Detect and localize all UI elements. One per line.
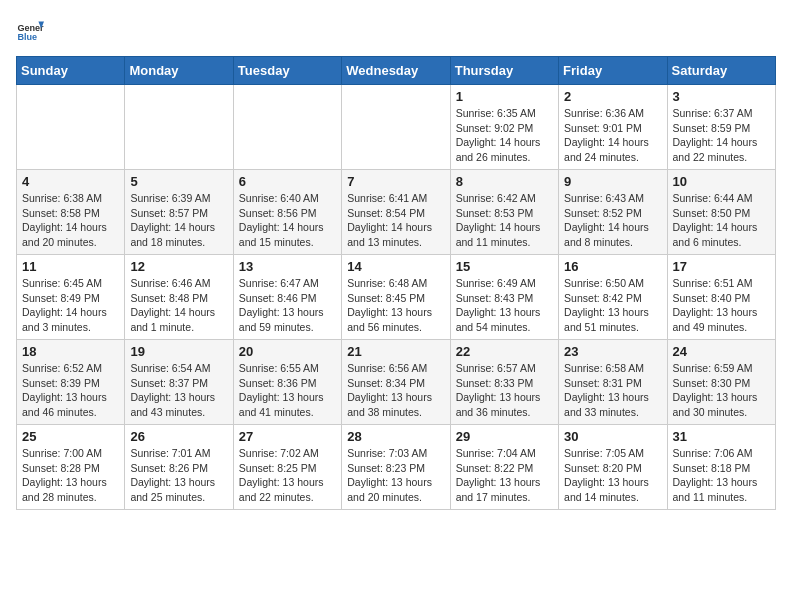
day-number: 30: [564, 429, 661, 444]
logo: General Blue: [16, 16, 48, 44]
dow-tuesday: Tuesday: [233, 57, 341, 85]
calendar-table: SundayMondayTuesdayWednesdayThursdayFrid…: [16, 56, 776, 510]
day-number: 4: [22, 174, 119, 189]
calendar-body: 1Sunrise: 6:35 AMSunset: 9:02 PMDaylight…: [17, 85, 776, 510]
calendar-cell: 4Sunrise: 6:38 AMSunset: 8:58 PMDaylight…: [17, 170, 125, 255]
calendar-cell: 10Sunrise: 6:44 AMSunset: 8:50 PMDayligh…: [667, 170, 775, 255]
svg-text:Blue: Blue: [17, 32, 37, 42]
calendar-cell: 11Sunrise: 6:45 AMSunset: 8:49 PMDayligh…: [17, 255, 125, 340]
day-number: 13: [239, 259, 336, 274]
calendar-cell: [125, 85, 233, 170]
calendar-cell: 21Sunrise: 6:56 AMSunset: 8:34 PMDayligh…: [342, 340, 450, 425]
dow-thursday: Thursday: [450, 57, 558, 85]
day-info: Sunrise: 6:35 AMSunset: 9:02 PMDaylight:…: [456, 106, 553, 165]
day-info: Sunrise: 6:48 AMSunset: 8:45 PMDaylight:…: [347, 276, 444, 335]
calendar-cell: 7Sunrise: 6:41 AMSunset: 8:54 PMDaylight…: [342, 170, 450, 255]
day-info: Sunrise: 6:58 AMSunset: 8:31 PMDaylight:…: [564, 361, 661, 420]
calendar-cell: 13Sunrise: 6:47 AMSunset: 8:46 PMDayligh…: [233, 255, 341, 340]
day-number: 19: [130, 344, 227, 359]
calendar-cell: 23Sunrise: 6:58 AMSunset: 8:31 PMDayligh…: [559, 340, 667, 425]
day-info: Sunrise: 6:39 AMSunset: 8:57 PMDaylight:…: [130, 191, 227, 250]
dow-saturday: Saturday: [667, 57, 775, 85]
day-number: 18: [22, 344, 119, 359]
day-number: 17: [673, 259, 770, 274]
dow-monday: Monday: [125, 57, 233, 85]
day-number: 6: [239, 174, 336, 189]
day-info: Sunrise: 6:52 AMSunset: 8:39 PMDaylight:…: [22, 361, 119, 420]
calendar-cell: [342, 85, 450, 170]
day-number: 27: [239, 429, 336, 444]
day-number: 23: [564, 344, 661, 359]
calendar-cell: 31Sunrise: 7:06 AMSunset: 8:18 PMDayligh…: [667, 425, 775, 510]
calendar-cell: [233, 85, 341, 170]
day-info: Sunrise: 6:43 AMSunset: 8:52 PMDaylight:…: [564, 191, 661, 250]
calendar-cell: 20Sunrise: 6:55 AMSunset: 8:36 PMDayligh…: [233, 340, 341, 425]
day-info: Sunrise: 6:36 AMSunset: 9:01 PMDaylight:…: [564, 106, 661, 165]
day-number: 21: [347, 344, 444, 359]
day-info: Sunrise: 6:47 AMSunset: 8:46 PMDaylight:…: [239, 276, 336, 335]
calendar-cell: 30Sunrise: 7:05 AMSunset: 8:20 PMDayligh…: [559, 425, 667, 510]
day-info: Sunrise: 6:50 AMSunset: 8:42 PMDaylight:…: [564, 276, 661, 335]
day-number: 8: [456, 174, 553, 189]
day-info: Sunrise: 6:38 AMSunset: 8:58 PMDaylight:…: [22, 191, 119, 250]
calendar-cell: 17Sunrise: 6:51 AMSunset: 8:40 PMDayligh…: [667, 255, 775, 340]
calendar-cell: 16Sunrise: 6:50 AMSunset: 8:42 PMDayligh…: [559, 255, 667, 340]
day-info: Sunrise: 6:40 AMSunset: 8:56 PMDaylight:…: [239, 191, 336, 250]
day-info: Sunrise: 6:41 AMSunset: 8:54 PMDaylight:…: [347, 191, 444, 250]
calendar-cell: 24Sunrise: 6:59 AMSunset: 8:30 PMDayligh…: [667, 340, 775, 425]
day-info: Sunrise: 6:59 AMSunset: 8:30 PMDaylight:…: [673, 361, 770, 420]
day-info: Sunrise: 6:55 AMSunset: 8:36 PMDaylight:…: [239, 361, 336, 420]
dow-friday: Friday: [559, 57, 667, 85]
day-number: 7: [347, 174, 444, 189]
day-info: Sunrise: 6:54 AMSunset: 8:37 PMDaylight:…: [130, 361, 227, 420]
calendar-cell: 8Sunrise: 6:42 AMSunset: 8:53 PMDaylight…: [450, 170, 558, 255]
day-number: 22: [456, 344, 553, 359]
calendar-cell: 2Sunrise: 6:36 AMSunset: 9:01 PMDaylight…: [559, 85, 667, 170]
calendar-week-2: 11Sunrise: 6:45 AMSunset: 8:49 PMDayligh…: [17, 255, 776, 340]
calendar-cell: 26Sunrise: 7:01 AMSunset: 8:26 PMDayligh…: [125, 425, 233, 510]
logo-icon: General Blue: [16, 16, 44, 44]
calendar-week-0: 1Sunrise: 6:35 AMSunset: 9:02 PMDaylight…: [17, 85, 776, 170]
day-number: 11: [22, 259, 119, 274]
day-info: Sunrise: 7:06 AMSunset: 8:18 PMDaylight:…: [673, 446, 770, 505]
day-info: Sunrise: 7:04 AMSunset: 8:22 PMDaylight:…: [456, 446, 553, 505]
day-info: Sunrise: 6:45 AMSunset: 8:49 PMDaylight:…: [22, 276, 119, 335]
calendar-cell: 28Sunrise: 7:03 AMSunset: 8:23 PMDayligh…: [342, 425, 450, 510]
calendar-cell: [17, 85, 125, 170]
day-number: 2: [564, 89, 661, 104]
day-info: Sunrise: 7:01 AMSunset: 8:26 PMDaylight:…: [130, 446, 227, 505]
day-info: Sunrise: 7:03 AMSunset: 8:23 PMDaylight:…: [347, 446, 444, 505]
calendar-cell: 1Sunrise: 6:35 AMSunset: 9:02 PMDaylight…: [450, 85, 558, 170]
calendar-cell: 14Sunrise: 6:48 AMSunset: 8:45 PMDayligh…: [342, 255, 450, 340]
calendar-cell: 3Sunrise: 6:37 AMSunset: 8:59 PMDaylight…: [667, 85, 775, 170]
day-info: Sunrise: 6:51 AMSunset: 8:40 PMDaylight:…: [673, 276, 770, 335]
calendar-cell: 27Sunrise: 7:02 AMSunset: 8:25 PMDayligh…: [233, 425, 341, 510]
day-info: Sunrise: 7:02 AMSunset: 8:25 PMDaylight:…: [239, 446, 336, 505]
calendar-cell: 18Sunrise: 6:52 AMSunset: 8:39 PMDayligh…: [17, 340, 125, 425]
day-number: 10: [673, 174, 770, 189]
day-number: 20: [239, 344, 336, 359]
day-number: 28: [347, 429, 444, 444]
calendar-cell: 29Sunrise: 7:04 AMSunset: 8:22 PMDayligh…: [450, 425, 558, 510]
dow-wednesday: Wednesday: [342, 57, 450, 85]
day-info: Sunrise: 6:49 AMSunset: 8:43 PMDaylight:…: [456, 276, 553, 335]
day-number: 9: [564, 174, 661, 189]
calendar-cell: 22Sunrise: 6:57 AMSunset: 8:33 PMDayligh…: [450, 340, 558, 425]
calendar-week-1: 4Sunrise: 6:38 AMSunset: 8:58 PMDaylight…: [17, 170, 776, 255]
calendar-cell: 19Sunrise: 6:54 AMSunset: 8:37 PMDayligh…: [125, 340, 233, 425]
calendar-cell: 25Sunrise: 7:00 AMSunset: 8:28 PMDayligh…: [17, 425, 125, 510]
day-number: 29: [456, 429, 553, 444]
day-number: 25: [22, 429, 119, 444]
day-info: Sunrise: 6:46 AMSunset: 8:48 PMDaylight:…: [130, 276, 227, 335]
day-number: 16: [564, 259, 661, 274]
day-info: Sunrise: 7:05 AMSunset: 8:20 PMDaylight:…: [564, 446, 661, 505]
day-info: Sunrise: 6:56 AMSunset: 8:34 PMDaylight:…: [347, 361, 444, 420]
day-info: Sunrise: 6:37 AMSunset: 8:59 PMDaylight:…: [673, 106, 770, 165]
calendar-cell: 15Sunrise: 6:49 AMSunset: 8:43 PMDayligh…: [450, 255, 558, 340]
day-of-week-header: SundayMondayTuesdayWednesdayThursdayFrid…: [17, 57, 776, 85]
page-header: General Blue: [16, 16, 776, 44]
calendar-week-4: 25Sunrise: 7:00 AMSunset: 8:28 PMDayligh…: [17, 425, 776, 510]
day-number: 3: [673, 89, 770, 104]
day-number: 5: [130, 174, 227, 189]
day-info: Sunrise: 7:00 AMSunset: 8:28 PMDaylight:…: [22, 446, 119, 505]
